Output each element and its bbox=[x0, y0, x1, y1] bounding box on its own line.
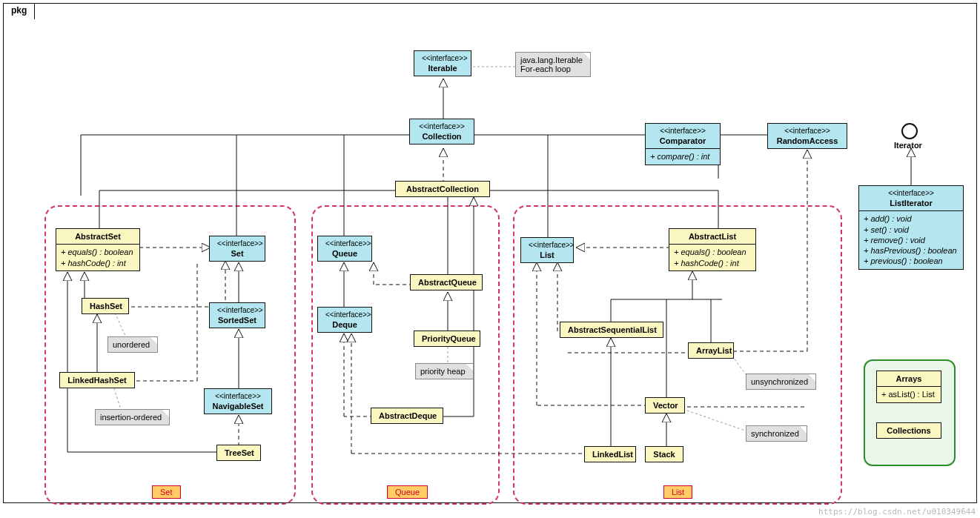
class-abstractsequentiallist: AbstractSequentialList bbox=[560, 322, 663, 338]
connectors bbox=[3, 3, 977, 503]
class-collections: Collections bbox=[876, 422, 941, 439]
class-list: <<interface>>List bbox=[520, 237, 574, 263]
class-queue: <<interface>>Queue bbox=[317, 236, 372, 262]
iterator-label: Iterator bbox=[894, 141, 922, 150]
note-sync: synchronized bbox=[746, 425, 807, 442]
class-abstractqueue: AbstractQueue bbox=[410, 274, 483, 290]
class-abstractset: AbstractSet + equals() : boolean+ hashCo… bbox=[56, 228, 140, 271]
class-listiterator: <<interface>>ListIterator + add() : void… bbox=[858, 185, 964, 270]
class-linkedhashset: LinkedHashSet bbox=[59, 372, 135, 388]
class-collection: <<interface>>Collection bbox=[409, 119, 474, 145]
class-abstractdeque: AbstractDeque bbox=[371, 408, 443, 424]
class-priorityqueue: PriorityQueue bbox=[414, 331, 480, 347]
iterator-circle bbox=[901, 123, 918, 139]
class-iterable: <<interface>>Iterable bbox=[414, 50, 471, 76]
note-iterable: java.lang.IterableFor-each loop bbox=[515, 52, 591, 77]
class-sortedset: <<interface>>SortedSet bbox=[209, 302, 265, 328]
diagram-root: pkg Set Queue List bbox=[0, 0, 980, 518]
class-abstractcollection: AbstractCollection bbox=[395, 181, 490, 197]
watermark: https://blog.csdn.net/u010349644 bbox=[818, 507, 976, 517]
note-insertion: insertion-ordered bbox=[95, 409, 170, 425]
class-navigableset: <<interface>>NavigableSet bbox=[204, 388, 272, 414]
class-vector: Vector bbox=[645, 397, 685, 414]
class-arrays: Arrays + asList() : List bbox=[876, 371, 941, 403]
class-treeset: TreeSet bbox=[216, 445, 261, 461]
note-unsync: unsynchronized bbox=[746, 373, 816, 390]
note-unordered: unordered bbox=[107, 336, 158, 353]
class-stack: Stack bbox=[645, 446, 683, 462]
svg-line-53 bbox=[683, 409, 752, 433]
note-pheap: priority heap bbox=[415, 363, 474, 379]
class-set: <<interface>>Set bbox=[209, 236, 265, 262]
class-comparator: <<interface>>Comparator + compare() : in… bbox=[645, 123, 721, 165]
class-hashset: HashSet bbox=[82, 298, 129, 314]
class-deque: <<interface>>Deque bbox=[317, 307, 372, 333]
class-abstractlist: AbstractList + equals() : boolean+ hashC… bbox=[669, 228, 756, 271]
package-tab: pkg bbox=[3, 3, 35, 19]
class-linkedlist: LinkedList bbox=[584, 446, 636, 462]
class-arraylist: ArrayList bbox=[688, 342, 734, 359]
class-randomaccess: <<interface>>RandomAccess bbox=[767, 123, 847, 149]
